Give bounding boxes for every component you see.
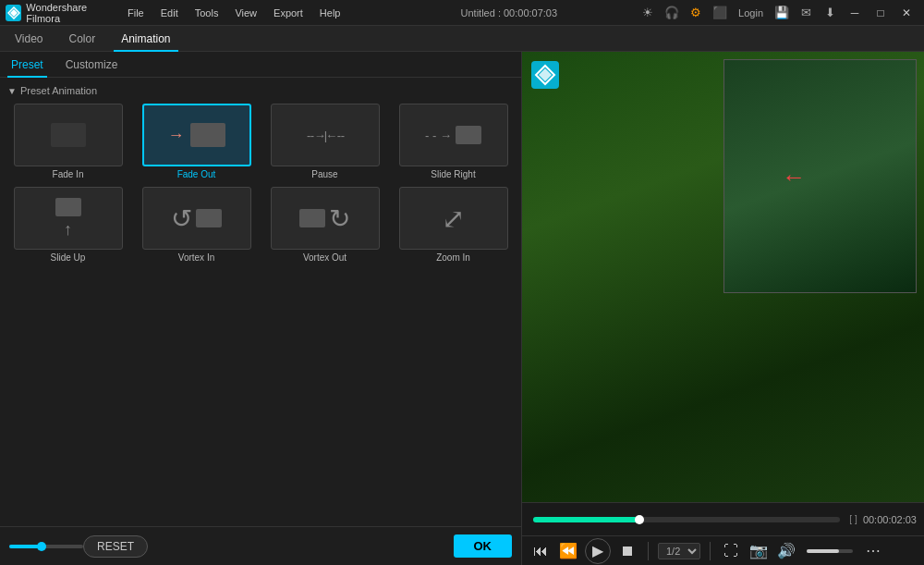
pip-bg: [724, 60, 916, 292]
pip-red-arrow: ←: [782, 162, 806, 190]
anim-item-slide-right[interactable]: - - → Slide Right: [393, 104, 514, 179]
main-tabbar: Video Color Animation: [0, 26, 924, 52]
settings-icon[interactable]: ⚙: [687, 4, 705, 22]
app-logo: Wondershare Filmora: [0, 2, 120, 24]
anim-item-zoom-in[interactable]: ⤢ Zoom In: [393, 187, 514, 263]
screen-icon[interactable]: ⬛: [711, 4, 729, 22]
pip-frame: ←: [723, 59, 917, 293]
fade-out-preview: [190, 123, 225, 147]
volume-button[interactable]: 🔊: [775, 540, 797, 562]
menu-file[interactable]: File: [120, 0, 152, 26]
menu-tools[interactable]: Tools: [188, 0, 226, 26]
preview-area: ←: [522, 52, 924, 502]
anim-item-fade-in[interactable]: Fade In: [7, 104, 128, 179]
anim-label-vortex-out: Vortex Out: [303, 252, 346, 263]
anim-label-vortex-in: Vortex In: [178, 252, 214, 263]
download-icon[interactable]: ⬇: [821, 4, 839, 22]
menu-export[interactable]: Export: [266, 0, 310, 26]
volume-fill: [807, 549, 839, 553]
fade-out-arrow: →: [168, 126, 185, 145]
sub-tabbar: Preset Customize: [0, 52, 521, 78]
anim-thumb-slide-up: ↑: [14, 187, 123, 250]
anim-label-slide-right: Slide Right: [431, 169, 475, 179]
anim-thumb-vortex-in: ↺: [142, 187, 251, 250]
anim-item-pause[interactable]: - - →|← - - Pause: [264, 104, 385, 179]
anim-thumb-pause: - - →|← - -: [271, 104, 380, 166]
anim-label-slide-up: Slide Up: [51, 252, 86, 263]
pause-preview: - - →|← - -: [307, 129, 343, 142]
zoom-in-icon: ⤢: [442, 203, 465, 235]
minimize-button[interactable]: ─: [845, 3, 865, 23]
vortex-out-box: [299, 209, 325, 227]
fade-in-preview: [51, 123, 86, 147]
ok-button[interactable]: OK: [454, 534, 513, 558]
fullscreen-button[interactable]: ⛶: [720, 540, 742, 562]
anim-thumb-slide-right: - - →: [399, 104, 508, 166]
anim-label-fade-in: Fade In: [53, 169, 84, 179]
tab-video[interactable]: Video: [7, 26, 50, 52]
anim-item-vortex-in[interactable]: ↺ Vortex In: [136, 187, 257, 263]
vortex-out-icon: ↻: [329, 203, 350, 234]
settings-button[interactable]: ⋯: [862, 540, 884, 562]
bracket-right: ]: [855, 514, 857, 524]
animation-grid: Fade In → Fade Out - - →|← - - Pause: [7, 104, 514, 263]
anim-label-zoom-in: Zoom In: [436, 252, 470, 263]
transport-divider: [648, 542, 649, 560]
collapse-arrow[interactable]: ▼: [7, 86, 17, 96]
preset-section: ▼ Preset Animation Fade In →: [0, 78, 521, 526]
menu-view[interactable]: View: [227, 0, 264, 26]
sun-icon[interactable]: ☀: [638, 4, 657, 22]
anim-item-fade-out[interactable]: → Fade Out: [136, 104, 257, 179]
tab-color[interactable]: Color: [61, 26, 103, 52]
close-button[interactable]: ✕: [896, 3, 917, 23]
sub-tab-customize[interactable]: Customize: [62, 52, 122, 78]
snapshot-button[interactable]: 📷: [748, 540, 770, 562]
right-panel: ← [ ] 00:00:: [522, 52, 924, 565]
volume-slider[interactable]: [807, 549, 853, 553]
menu-help[interactable]: Help: [312, 0, 348, 26]
menu-edit[interactable]: Edit: [153, 0, 186, 26]
effect-slider[interactable]: [9, 545, 83, 548]
reset-button[interactable]: RESET: [83, 535, 148, 558]
progress-bar[interactable]: [533, 517, 840, 522]
save-icon[interactable]: 💾: [772, 4, 791, 22]
maximize-button[interactable]: □: [870, 3, 891, 23]
frame-back-button[interactable]: ⏪: [557, 540, 579, 562]
login-label[interactable]: Login: [738, 7, 763, 18]
ratio-select[interactable]: 1/2: [658, 543, 700, 559]
left-panel: Preset Customize ▼ Preset Animation Fade…: [0, 52, 522, 565]
headphone-icon[interactable]: 🎧: [663, 4, 681, 22]
logo-icon: [6, 5, 21, 21]
anim-thumb-vortex-out: ↻: [271, 187, 380, 250]
progress-thumb: [635, 515, 644, 524]
titlebar: Wondershare Filmora File Edit Tools View…: [0, 0, 924, 26]
section-header: ▼ Preset Animation: [7, 85, 514, 96]
slider-fill: [9, 545, 39, 548]
progress-fill: [533, 517, 640, 522]
mail-icon[interactable]: ✉: [796, 4, 815, 22]
transport-controls: ⏮ ⏪ ▶ ⏹ 1/2 ⛶ 📷 🔊 ⋯: [522, 535, 924, 565]
time-display: 00:00:02:03: [863, 514, 917, 525]
app-name: Wondershare Filmora: [26, 2, 120, 24]
anim-label-fade-out: Fade Out: [177, 169, 216, 179]
vortex-in-box: [196, 209, 222, 227]
title-controls: ☀ 🎧 ⚙ ⬛ Login 💾 ✉ ⬇ ─ □ ✕: [638, 3, 924, 23]
play-button[interactable]: ▶: [585, 538, 611, 564]
video-preview: ←: [522, 52, 924, 502]
stop-button[interactable]: ⏹: [616, 540, 638, 562]
skip-back-button[interactable]: ⏮: [529, 540, 552, 562]
anim-thumb-zoom-in: ⤢: [399, 187, 508, 250]
slide-up-arrow: ↑: [64, 220, 72, 240]
anim-item-slide-up[interactable]: ↑ Slide Up: [7, 187, 128, 263]
anim-item-vortex-out[interactable]: ↻ Vortex Out: [264, 187, 385, 263]
main-content: Preset Customize ▼ Preset Animation Fade…: [0, 52, 924, 565]
slider-thumb: [37, 542, 46, 551]
tab-animation[interactable]: Animation: [114, 26, 177, 52]
slider-container: [9, 545, 83, 548]
preview-controls: [ ] 00:00:02:03: [522, 502, 924, 535]
sub-tab-preset[interactable]: Preset: [7, 52, 47, 78]
vortex-in-icon: ↺: [171, 203, 192, 234]
anim-label-pause: Pause: [311, 169, 337, 179]
anim-thumb-fade-out: →: [142, 104, 251, 166]
preview-logo: [531, 61, 559, 89]
